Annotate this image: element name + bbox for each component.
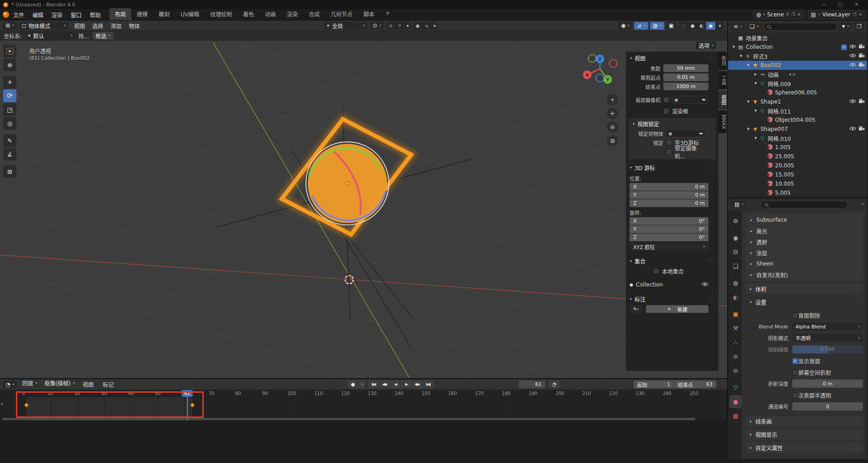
workspace-tab-布局[interactable]: 布局	[109, 8, 131, 20]
horizontal-scrollbar[interactable]	[2, 418, 695, 420]
editor-type-button[interactable]: ⊞▾	[3, 22, 17, 30]
properties-tab-output[interactable]: ⊟	[729, 245, 742, 259]
properties-tab-tool[interactable]: ⚙	[729, 214, 742, 228]
frame-tick-240[interactable]: 240	[663, 391, 672, 396]
channel-expand-icon[interactable]: ▸	[1, 402, 3, 406]
cursor-panel-header[interactable]: ▾3D 游标 ::::	[626, 162, 718, 173]
sidebar-tab-条目[interactable]: 条目	[718, 52, 727, 70]
current-frame-field[interactable]: 61	[519, 380, 545, 388]
outliner-row-15.005[interactable]: 15.005	[728, 170, 867, 179]
workspace-tab-UV编辑[interactable]: UV编辑	[175, 8, 205, 20]
local-camera-checkbox[interactable]	[663, 97, 669, 103]
outliner-row-网格.011[interactable]: ▼▽网格.011	[728, 106, 867, 115]
workspace-tab-动画[interactable]: 动画	[259, 8, 281, 20]
proportional-editing-group[interactable]: ◉ ∿ ▾	[413, 22, 438, 30]
object-visibility-toggle[interactable]: ◉▾	[618, 22, 632, 30]
properties-tab-texture[interactable]: ▩	[729, 409, 742, 422]
main-menu-编辑[interactable]: 编辑	[28, 10, 47, 20]
viewport-menu-视图[interactable]: 视图	[71, 21, 89, 31]
settings-panel-header[interactable]: ▾设置 :::	[746, 297, 863, 307]
cursor-location-X[interactable]: X0 m	[630, 183, 708, 191]
lock-camera-checkbox[interactable]	[666, 149, 672, 155]
panel-视图显示[interactable]: ▸视图显示:::	[746, 429, 863, 440]
subpanel-透射[interactable]: ▸透射	[746, 236, 863, 247]
eyedropper-icon[interactable]: ✒	[702, 97, 706, 103]
copy-icon[interactable]: ❐	[791, 12, 795, 17]
outliner-row-网格.010[interactable]: ▼▽网格.010	[728, 134, 867, 143]
view-panel-header[interactable]: ▾视图 ::::	[626, 52, 718, 63]
outliner-row-10.005[interactable]: 10.005	[728, 179, 867, 188]
mode-select[interactable]: ◻ 物体模式 ▾	[19, 22, 68, 30]
outliner-row-1.005[interactable]: 1.005	[728, 143, 867, 152]
transform-orientation-select[interactable]: ⌖ 全局 ▾	[324, 22, 368, 30]
camera-icon[interactable]	[858, 53, 865, 59]
outliner-row-动画[interactable]: ▶↪动画✦◇	[728, 70, 867, 79]
rotate-tool-button[interactable]: ⟳	[3, 89, 16, 102]
disclosure-icon[interactable]: ▼	[745, 63, 751, 67]
main-menu-窗口[interactable]: 窗口	[67, 10, 86, 20]
axis-x-neg-ball[interactable]	[610, 60, 617, 68]
render-region-checkbox[interactable]	[663, 108, 669, 114]
measure-tool-button[interactable]: ∡	[3, 148, 16, 161]
field-焦距[interactable]: 50 mm	[663, 64, 708, 72]
add-cube-tool-button[interactable]: ⊞	[3, 165, 16, 178]
eye-icon[interactable]	[849, 62, 856, 68]
eye-icon[interactable]	[849, 44, 856, 50]
frame-tick-170[interactable]: 170	[475, 391, 484, 396]
pivot-select[interactable]: ⊙▾	[370, 22, 384, 30]
frame-tick-80[interactable]: 80	[235, 391, 241, 396]
collections-panel-header[interactable]: ▾集合 ::::	[626, 255, 718, 266]
zoom-button[interactable]: +	[607, 94, 618, 105]
lock-object-field[interactable]: ▣ ✒	[666, 130, 706, 137]
disclosure-icon[interactable]: ▼	[738, 54, 744, 58]
pin-icon[interactable]: ⚲	[786, 12, 789, 17]
timeline-menu-回放[interactable]: 回放▾	[19, 379, 41, 387]
timeline-track-area[interactable]: ▸ 01020304050708090100110120130140150160…	[0, 390, 727, 421]
frame-tick-70[interactable]: 70	[208, 391, 214, 396]
checkbox-屏幕空间折射[interactable]	[792, 369, 798, 375]
eye-icon[interactable]	[849, 99, 856, 105]
outliner-row-Object004.005[interactable]: Object004.005	[728, 115, 867, 125]
coordinate-system-select[interactable]: ⌖ 默认 ▾	[25, 32, 75, 40]
checkbox-背面剔除[interactable]	[792, 312, 798, 318]
outliner-row-Box002[interactable]: ▼▼Box002	[728, 61, 867, 70]
sidebar-tab-BMAX[interactable]: BMAX	[718, 110, 727, 133]
overlays-toggle[interactable]: ◍▾	[650, 22, 664, 30]
frame-tick-110[interactable]: 110	[314, 391, 323, 396]
collection-bullet-icon[interactable]: ●	[630, 282, 633, 287]
annotate-tool-button[interactable]: ✎	[3, 134, 16, 147]
options-button[interactable]: 选项▾	[696, 42, 716, 49]
jump-to-start-button[interactable]: ▮◀	[368, 380, 379, 388]
outliner-row-网格.009[interactable]: ▼▽网格.009	[728, 79, 867, 88]
field-结束点[interactable]: 1000 m	[663, 83, 708, 90]
frame-end-field[interactable]: 结束点 63	[674, 380, 716, 388]
frame-tick-210[interactable]: 210	[582, 391, 591, 396]
shading-solid-button[interactable]: ●	[688, 22, 697, 30]
navigation-gizmo[interactable]: Z X Y	[577, 46, 619, 88]
eye-icon[interactable]	[849, 126, 856, 132]
timeline-menu-抠像(插帧)[interactable]: 抠像(插帧)▾	[41, 379, 78, 387]
properties-tab-world[interactable]: ◐	[729, 291, 742, 304]
frame-tick-160[interactable]: 160	[448, 391, 457, 396]
slider-钳制阈值[interactable]: 0.500	[792, 345, 863, 354]
select-box-tool-button[interactable]: ➤	[3, 45, 16, 57]
disclosure-icon[interactable]: ▼	[745, 100, 751, 104]
properties-options-chevron[interactable]: ▾	[862, 203, 863, 206]
timeline-menu-视图[interactable]: 视图	[78, 379, 98, 390]
frame-tick-250[interactable]: 250	[689, 391, 698, 396]
field-裁剪起点[interactable]: 0.01 m	[663, 73, 708, 81]
properties-tab-physics[interactable]: ⊚	[729, 350, 742, 363]
main-menu-文件[interactable]: 文件	[9, 10, 28, 20]
keying-set-dropdown[interactable]: ▾	[359, 380, 365, 388]
cursor-location-Z[interactable]: Z0 m	[630, 199, 708, 207]
timeline-menu-标记[interactable]: 标记	[98, 379, 118, 390]
magnet-icon[interactable]: ∩	[386, 22, 395, 30]
properties-tab-scene[interactable]: ◍	[729, 276, 742, 290]
shading-dropdown[interactable]: ▾	[715, 22, 724, 30]
camera-icon[interactable]	[858, 99, 865, 105]
shading-material-preview-button[interactable]: ◐	[697, 22, 706, 30]
frame-tick-190[interactable]: 190	[529, 391, 537, 396]
workspace-tab-合成[interactable]: 合成	[303, 8, 325, 20]
properties-tab-render[interactable]: ◉	[729, 231, 742, 245]
properties-tab-material[interactable]: ●	[729, 395, 742, 408]
